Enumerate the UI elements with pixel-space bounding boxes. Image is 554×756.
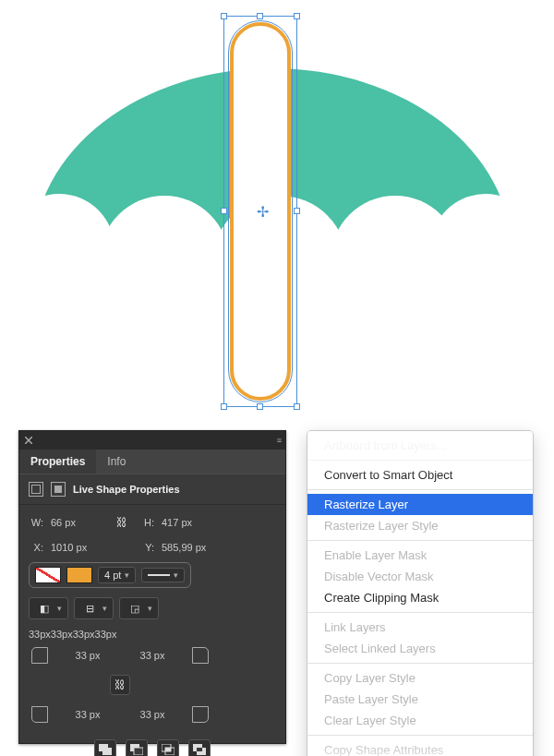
width-field[interactable]: 66 px [51, 517, 104, 528]
close-panel-icon[interactable] [25, 437, 32, 444]
stroke-swatch[interactable] [66, 567, 92, 583]
panel-title-bar[interactable]: ≡ [19, 431, 285, 450]
corner-bottom-left-icon [31, 706, 48, 723]
chevron-down-icon: ▾ [102, 604, 107, 613]
fill-swatch[interactable] [35, 567, 61, 583]
stroke-caps-dropdown[interactable]: ⊟ ▾ [74, 597, 114, 619]
corner-top-left-field[interactable]: 33 px [76, 650, 101, 661]
panel-menu-icon[interactable]: ≡ [277, 436, 280, 445]
path-unite-button[interactable] [94, 739, 116, 756]
chevron-down-icon: ▾ [148, 604, 152, 613]
chevron-down-icon: ▾ [125, 570, 129, 580]
menu-item-copy-layer-style[interactable]: Copy Layer Style [307, 667, 533, 689]
path-operations-row [29, 739, 276, 756]
height-label: H: [139, 517, 154, 528]
transform-handle-bottom-middle[interactable] [257, 403, 263, 410]
menu-item-copy-shape-attributes[interactable]: Copy Shape Attributes [307, 739, 533, 756]
section-header: Live Shape Properties [19, 474, 285, 505]
transform-handle-top-middle[interactable] [257, 13, 263, 19]
corner-top-left-icon [31, 647, 48, 664]
transform-handle-top-right[interactable] [294, 13, 300, 19]
chevron-down-icon: ▾ [57, 604, 62, 613]
stroke-style-preview-icon [148, 574, 170, 576]
panel-body: W: 66 px ⛓ H: 417 px X: 1010 px Y: 585,9… [19, 505, 285, 756]
y-field[interactable]: 585,99 px [162, 542, 215, 553]
svg-rect-5 [134, 748, 143, 755]
menu-item-rasterize-layer[interactable]: Rasterize Layer [307, 494, 533, 515]
canopy-scallop [4, 194, 114, 305]
panel-tabs: Properties Info [19, 450, 285, 474]
menu-separator [307, 540, 533, 541]
width-label: W: [29, 517, 43, 528]
stroke-align-dropdown[interactable]: ◧ ▾ [29, 597, 68, 619]
transform-handle-top-left[interactable] [221, 13, 227, 19]
path-exclude-button[interactable] [188, 739, 211, 756]
canopy-scallop [430, 194, 541, 305]
menu-separator [307, 460, 533, 461]
transform-handle-bottom-left[interactable] [221, 403, 227, 410]
live-shape-outline-icon [29, 482, 43, 497]
section-title: Live Shape Properties [73, 484, 180, 495]
corner-bottom-right-icon [192, 706, 209, 723]
path-subtract-button[interactable] [126, 739, 148, 756]
path-intersect-button[interactable] [157, 739, 179, 756]
stroke-corner-icon: ◲ [126, 600, 144, 617]
menu-separator [307, 735, 533, 736]
height-field[interactable]: 417 px [162, 517, 215, 528]
menu-item-artboard-from-layers[interactable]: Artboard from Layers... [307, 435, 533, 456]
stroke-weight-field[interactable]: 4 pt ▾ [98, 567, 136, 583]
chevron-down-icon: ▾ [174, 570, 178, 580]
menu-item-paste-layer-style[interactable]: Paste Layer Style [307, 689, 533, 710]
link-corner-radii-icon[interactable]: ⛓ [110, 675, 130, 695]
corner-radius-summary: 33px33px33px33px [29, 629, 276, 640]
properties-panel: ≡ Properties Info Live Shape Properties … [18, 430, 286, 744]
x-label: X: [29, 542, 43, 553]
menu-item-select-linked-layers[interactable]: Select Linked Layers [307, 638, 533, 659]
stroke-weight-value: 4 pt [104, 570, 121, 581]
document-canvas[interactable]: ✢ [0, 0, 554, 420]
svg-rect-11 [197, 748, 202, 751]
stroke-options-row: ◧ ▾ ⊟ ▾ ◲ ▾ [29, 597, 276, 619]
corner-bottom-left-field[interactable]: 33 px [76, 709, 101, 720]
corner-bottom-right-field[interactable]: 33 px [140, 709, 165, 720]
link-dimensions-icon[interactable]: ⛓ [112, 512, 132, 533]
svg-rect-3 [102, 748, 112, 755]
menu-item-rasterize-layer-style[interactable]: Rasterize Layer Style [307, 515, 533, 536]
selected-rounded-rectangle-shape[interactable] [230, 22, 291, 401]
svg-rect-8 [165, 748, 171, 751]
stroke-align-inside-icon: ◧ [35, 600, 54, 617]
stroke-cap-icon: ⊟ [80, 600, 99, 617]
menu-item-create-clipping-mask[interactable]: Create Clipping Mask [307, 587, 533, 608]
position-row: X: 1010 px Y: 585,99 px [29, 542, 276, 553]
menu-separator [307, 663, 533, 664]
corner-radius-grid: 33 px 33 px ⛓ 33 px 33 px [29, 643, 276, 726]
menu-item-disable-vector-mask[interactable]: Disable Vector Mask [307, 566, 533, 587]
menu-item-clear-layer-style[interactable]: Clear Layer Style [307, 710, 533, 731]
menu-separator [307, 489, 533, 490]
stroke-corners-dropdown[interactable]: ◲ ▾ [119, 597, 159, 619]
live-shape-fill-icon [51, 482, 66, 497]
canopy-scallop [100, 196, 229, 325]
corner-top-right-field[interactable]: 33 px [140, 650, 165, 661]
menu-item-enable-layer-mask[interactable]: Enable Layer Mask [307, 545, 533, 566]
stroke-style-dropdown[interactable]: ▾ [141, 568, 185, 582]
size-row: W: 66 px ⛓ H: 417 px [29, 512, 276, 533]
menu-separator [307, 612, 533, 613]
tab-info[interactable]: Info [96, 450, 137, 474]
tab-properties[interactable]: Properties [19, 450, 96, 474]
transform-handle-bottom-right[interactable] [294, 403, 300, 410]
stroke-row: 4 pt ▾ ▾ [29, 562, 276, 588]
layer-context-menu: Artboard from Layers... Convert to Smart… [307, 430, 534, 756]
corner-top-right-icon [192, 647, 209, 664]
x-field[interactable]: 1010 px [51, 542, 104, 553]
menu-item-link-layers[interactable]: Link Layers [307, 617, 533, 638]
y-label: Y: [139, 542, 154, 553]
menu-item-convert-to-smart-object[interactable]: Convert to Smart Object [307, 464, 533, 486]
